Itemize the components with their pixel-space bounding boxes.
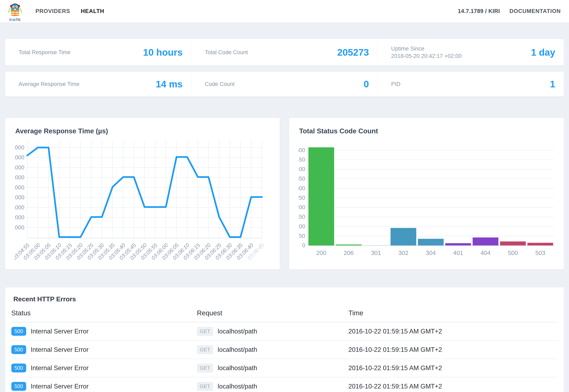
stat-average-response-time: Average Response Time 14 ms <box>5 72 191 97</box>
svg-text:200: 200 <box>316 250 326 256</box>
request-url: localhost/path <box>218 328 257 335</box>
svg-text:16,000: 16,000 <box>14 174 24 181</box>
status-code-badge: 500 <box>11 364 26 372</box>
stat-value: 1 day <box>531 47 564 58</box>
svg-text:300: 300 <box>298 185 305 192</box>
stat-label: Code Count <box>205 80 235 88</box>
stat-value: 0 <box>364 79 378 90</box>
svg-text:14,000: 14,000 <box>14 194 24 200</box>
top-navigation-bar: træfik PROVIDERS HEALTH 14.7.1789 / KIRI… <box>0 0 569 23</box>
errors-table-header: Status Request Time <box>11 309 558 322</box>
stat-value: 10 hours <box>143 47 191 58</box>
error-time: 2016-10-22 01:59:15 AM GMT+2 <box>348 346 442 353</box>
svg-text:250: 250 <box>298 195 305 201</box>
svg-text:350: 350 <box>298 176 305 182</box>
table-row: 500 Internal Server Error GET localhost/… <box>11 322 558 341</box>
traefik-wordmark: træfik <box>9 17 21 22</box>
recent-http-errors-card: Recent HTTP Errors Status Request Time 5… <box>5 288 564 392</box>
status-code-badge: 500 <box>11 382 26 391</box>
column-header-status: Status <box>11 309 197 317</box>
chart-title-response-time: Average Response Time (µs) <box>15 127 270 135</box>
method-badge: GET <box>197 327 213 336</box>
nav-item-providers[interactable]: PROVIDERS <box>35 8 70 14</box>
svg-text:19,000: 19,000 <box>14 144 24 151</box>
status-code-chart: 0501001502002503003504004505002002063013… <box>298 138 555 262</box>
stat-value: 14 ms <box>156 79 191 90</box>
svg-text:12,000: 12,000 <box>14 214 24 221</box>
table-row: 500 Internal Server Error GET localhost/… <box>11 341 558 359</box>
stat-uptime-since: Uptime Since 2018-05-20 20:42:17 +02:00 … <box>378 39 564 66</box>
errors-table-body: 500 Internal Server Error GET localhost/… <box>11 322 558 392</box>
status-text: Internal Server Error <box>31 328 89 335</box>
request-url: localhost/path <box>218 383 257 390</box>
status-text: Internal Server Error <box>31 364 89 372</box>
svg-text:17,000: 17,000 <box>14 165 24 171</box>
main-nav: PROVIDERS HEALTH <box>35 8 104 14</box>
svg-text:100: 100 <box>298 224 305 230</box>
svg-text:150: 150 <box>298 214 305 220</box>
stat-value: 1 <box>550 79 564 90</box>
status-text: Internal Server Error <box>31 346 89 353</box>
stat-total-response-time: Total Response Time 10 hours <box>5 39 191 66</box>
status-text: Internal Server Error <box>31 383 89 390</box>
svg-text:206: 206 <box>344 250 354 256</box>
svg-text:304: 304 <box>426 250 436 256</box>
stats-row-current: Average Response Time 14 ms Code Count 0… <box>5 72 564 97</box>
svg-text:200: 200 <box>298 204 305 210</box>
status-code-chart-card: Total Status Code Count 0501001502002503… <box>289 118 564 269</box>
error-time: 2016-10-22 01:59:15 AM GMT+2 <box>348 364 442 372</box>
stat-label: Uptime Since <box>391 45 462 52</box>
stat-label: Total Response Time <box>19 49 71 56</box>
svg-text:500: 500 <box>508 250 518 256</box>
error-time: 2016-10-22 01:59:15 AM GMT+2 <box>348 328 442 335</box>
stat-value: 205273 <box>337 47 378 58</box>
method-badge: GET <box>197 345 213 354</box>
svg-text:503: 503 <box>535 250 545 256</box>
svg-text:50: 50 <box>299 233 305 239</box>
column-header-request: Request <box>197 309 348 317</box>
table-row: 500 Internal Server Error GET localhost/… <box>11 377 558 392</box>
traefik-gopher-icon <box>8 1 22 17</box>
version-label: 14.7.1789 / KIRI <box>458 8 500 14</box>
stat-pid: PID 1 <box>378 72 564 97</box>
response-time-chart-card: Average Response Time (µs) 11,00012,0001… <box>5 118 280 269</box>
nav-item-documentation[interactable]: DOCUMENTATION <box>509 8 561 14</box>
method-badge: GET <box>197 382 213 391</box>
svg-text:13,000: 13,000 <box>14 204 24 211</box>
stat-label: PID <box>391 80 400 88</box>
svg-text:400: 400 <box>298 166 305 172</box>
method-badge: GET <box>197 364 213 373</box>
request-url: localhost/path <box>218 346 257 353</box>
table-row: 500 Internal Server Error GET localhost/… <box>11 359 558 377</box>
svg-text:404: 404 <box>481 250 490 256</box>
error-time: 2016-10-22 01:59:15 AM GMT+2 <box>348 383 442 390</box>
traefik-logo[interactable]: træfik <box>6 1 24 22</box>
svg-text:302: 302 <box>398 250 408 256</box>
chart-title-status-codes: Total Status Code Count <box>299 127 555 135</box>
request-url: localhost/path <box>218 364 257 372</box>
svg-text:301: 301 <box>371 250 381 256</box>
errors-table-title: Recent HTTP Errors <box>14 295 558 303</box>
svg-text:18,000: 18,000 <box>14 154 24 161</box>
status-code-badge: 500 <box>11 345 26 354</box>
stats-row-totals: Total Response Time 10 hours Total Code … <box>5 39 564 66</box>
svg-text:450: 450 <box>298 157 305 163</box>
svg-text:401: 401 <box>453 250 463 256</box>
stat-label: Total Code Count <box>205 49 248 56</box>
stat-label: Average Response Time <box>19 80 79 88</box>
health-dashboard: Total Response Time 10 hours Total Code … <box>0 39 569 392</box>
svg-text:15,000: 15,000 <box>14 184 24 191</box>
stat-sublabel: 2018-05-20 20:42:17 +02:00 <box>391 52 462 60</box>
svg-text:500: 500 <box>298 147 305 153</box>
svg-text:0: 0 <box>302 242 305 249</box>
stat-total-code-count: Total Code Count 205273 <box>192 39 378 66</box>
status-code-badge: 500 <box>11 327 26 336</box>
stat-code-count: Code Count 0 <box>192 72 378 97</box>
response-time-chart: 11,00012,00013,00014,00015,00016,00017,0… <box>14 138 270 267</box>
nav-item-health[interactable]: HEALTH <box>81 8 104 14</box>
column-header-time: Time <box>348 309 558 317</box>
svg-text:11,000: 11,000 <box>14 224 24 231</box>
